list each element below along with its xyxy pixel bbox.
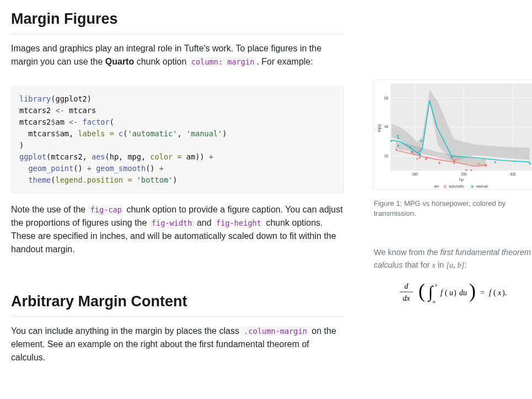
svg-point-13 <box>425 158 427 160</box>
code-block-r[interactable]: library(ggplot2) mtcars2 <- mtcars mtcar… <box>11 86 344 194</box>
intro-bold-quarto: Quarto <box>105 57 134 66</box>
chart-mpg-hp: 100 200 300 20 40 60 hp mpg am automatic <box>374 79 532 190</box>
note-text-3: and <box>195 218 214 227</box>
margin-figure: 100 200 300 20 40 60 hp mpg am automatic <box>374 8 532 219</box>
svg-point-18 <box>453 159 455 161</box>
svg-point-26 <box>390 140 392 142</box>
inline-code-column-margin-class: .column-margin <box>241 326 309 336</box>
svg-point-25 <box>412 153 414 155</box>
margin-note-calculus: We know from the first fundamental theor… <box>374 219 532 308</box>
svg-point-9 <box>416 158 418 159</box>
svg-text:(: ( <box>493 289 496 297</box>
svg-text:f: f <box>440 289 444 297</box>
xtick-300: 300 <box>510 172 516 176</box>
section2-paragraph: You can include anything in the margin b… <box>11 324 344 364</box>
ytick-20: 20 <box>384 154 389 158</box>
svg-point-38 <box>529 163 531 164</box>
figure-caption: Figure 1: MPG vs horsepower, colored by … <box>374 199 532 219</box>
equation-ftc: d dx ( ∫ x a f ( u ) du ) <box>374 279 532 308</box>
svg-text:d: d <box>405 282 409 290</box>
note-text-1: Note the use of the <box>11 205 88 214</box>
margin-note-interval: [a, b] <box>446 260 464 269</box>
intro-text-2: chunk option <box>134 57 189 66</box>
svg-point-24 <box>485 165 487 167</box>
svg-point-15 <box>438 162 440 164</box>
section-heading-margin-figures: Margin Figures <box>11 8 344 34</box>
svg-point-27 <box>397 135 399 137</box>
svg-text:x: x <box>497 289 502 297</box>
svg-point-29 <box>397 145 399 146</box>
svg-point-11 <box>419 157 421 158</box>
section-heading-arbitrary-margin: Arbitrary Margin Content <box>11 290 344 317</box>
margin-note-t1: We know from <box>374 248 427 257</box>
svg-point-21 <box>470 169 472 171</box>
chart-svg: 100 200 300 20 40 60 hp mpg am automatic <box>374 80 532 189</box>
legend-title: am <box>434 184 439 188</box>
svg-point-34 <box>419 154 421 156</box>
inline-code-fig-cap: fig-cap <box>88 205 124 215</box>
svg-point-35 <box>421 140 422 142</box>
svg-text:(: ( <box>445 289 448 297</box>
ylabel: mpg <box>377 124 381 132</box>
svg-text:a: a <box>433 299 436 304</box>
inline-code-fig-height: fig-height <box>214 218 264 228</box>
svg-text:=: = <box>480 289 485 297</box>
svg-text:): ) <box>469 280 476 302</box>
xtick-100: 100 <box>412 172 418 176</box>
margin-note-t2: that for <box>402 260 432 269</box>
svg-point-19 <box>453 162 455 164</box>
svg-point-37 <box>495 161 496 163</box>
margin-note-t3: in <box>436 260 446 269</box>
svg-point-31 <box>411 151 412 153</box>
ytick-40: 40 <box>384 125 389 129</box>
sec2-text-1: You can include anything in the margin b… <box>11 326 241 336</box>
legend-item-manual: manual <box>476 184 488 188</box>
svg-text:du: du <box>459 289 467 297</box>
svg-text:(: ( <box>418 280 425 302</box>
intro-text-3: . For example: <box>256 57 313 66</box>
svg-text:u: u <box>449 289 453 297</box>
ytick-60: 60 <box>384 96 389 100</box>
svg-text:): ) <box>454 289 456 297</box>
svg-point-42 <box>471 185 473 187</box>
inline-code-column-margin: column: margin <box>189 57 257 67</box>
svg-text:dx: dx <box>402 294 410 302</box>
svg-point-28 <box>397 137 399 139</box>
xlabel: hp <box>459 177 464 182</box>
legend-item-automatic: automatic <box>449 184 465 188</box>
svg-point-36 <box>451 156 453 157</box>
svg-point-30 <box>410 146 411 148</box>
xtick-200: 200 <box>461 172 467 176</box>
svg-point-20 <box>465 169 467 171</box>
svg-point-7 <box>395 149 397 151</box>
note-paragraph: Note the use of the fig-cap chunk option… <box>11 203 344 256</box>
margin-note-t4: : <box>464 260 466 269</box>
inline-code-fig-width: fig-width <box>149 218 195 228</box>
svg-text:x: x <box>434 282 437 288</box>
intro-paragraph: Images and graphics play an integral rol… <box>11 42 344 68</box>
svg-text:f: f <box>489 289 492 297</box>
svg-text:).: ). <box>502 289 507 297</box>
svg-point-22 <box>477 163 479 164</box>
svg-point-40 <box>444 185 446 187</box>
